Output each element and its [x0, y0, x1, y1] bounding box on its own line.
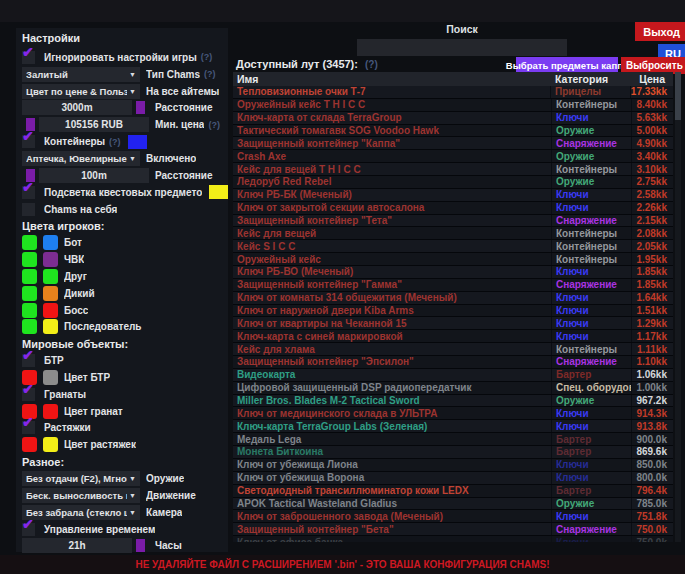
player-color-swatch-behind[interactable] — [43, 252, 58, 267]
table-row[interactable]: Ключ от убежища Ворона Ключи 800.0k — [233, 472, 673, 485]
movement-mode-select[interactable]: Беск. выносливость и нет уста ▼ — [22, 488, 140, 503]
table-row[interactable]: Crash Axe Оружие 3.40kk — [233, 150, 673, 163]
checkbox-label: Гранаты — [44, 389, 86, 400]
table-row[interactable]: Ключ от закрытой секции автосалона Ключи… — [233, 202, 673, 215]
table-row[interactable]: Ключ-карта с синей маркировкой Ключи 1.1… — [233, 330, 673, 343]
world-color-swatch-1[interactable] — [22, 437, 37, 452]
chams-self-checkbox[interactable]: ✔ — [22, 203, 35, 216]
item-price: 1.29kk — [631, 317, 673, 329]
table-row[interactable]: Ключ от квартиры на Чеканной 15 Ключи 1.… — [233, 317, 673, 330]
table-row[interactable]: Монета Биткоина Бартер 869.6k — [233, 446, 673, 459]
table-row[interactable]: APOK Tactical Wasteland Gladius Оружие 7… — [233, 498, 673, 511]
table-row[interactable]: Тактический томагавк SOG Voodoo Hawk Ору… — [233, 125, 673, 138]
search-input[interactable] — [357, 39, 567, 56]
item-price: 1.10kk — [631, 356, 673, 368]
ignore-game-settings-checkbox[interactable]: ✔ — [22, 51, 35, 64]
table-row[interactable]: Ключ от наружной двери Kiba Arms Ключи 1… — [233, 305, 673, 318]
chams-type-select[interactable]: Залитый ▼ — [22, 67, 140, 82]
check-icon: ✔ — [22, 516, 34, 532]
player-color-swatch-behind[interactable] — [43, 235, 58, 250]
world-object-checkbox[interactable]: ✔ — [22, 388, 35, 401]
world-color-swatch-2[interactable] — [43, 370, 58, 385]
distance-color-swatch[interactable] — [136, 101, 145, 114]
table-row[interactable]: Ключ от заброшенного завода (Меченый) Кл… — [233, 510, 673, 523]
table-row[interactable]: Светодиодный трансиллюминатор кожи LEDX … — [233, 485, 673, 498]
table-row[interactable]: Ключ от офиса банка Ключи 750.0k — [233, 536, 673, 542]
quest-highlight-checkbox[interactable]: ✔ — [22, 186, 35, 199]
distance2-input[interactable]: 100m — [39, 168, 149, 183]
time-control-checkbox[interactable]: ✔ — [22, 523, 35, 536]
player-color-swatch-visible[interactable] — [22, 235, 37, 250]
item-price: 1.95kk — [631, 253, 673, 265]
exit-button[interactable]: Выход — [635, 22, 685, 41]
table-row[interactable]: Медаль Lega Бартер 900.0k — [233, 433, 673, 446]
player-color-swatch-visible[interactable] — [22, 269, 37, 284]
table-row[interactable]: Защищенный контейнер "Бета" Снаряжение 7… — [233, 523, 673, 536]
table-row[interactable]: Защищенный контейнер "Гамма" Снаряжение … — [233, 279, 673, 292]
table-row[interactable]: Защищенный контейнер "Каппа" Снаряжение … — [233, 137, 673, 150]
table-row[interactable]: Ключ от медицинского склада в УЛЬТРА Клю… — [233, 407, 673, 420]
table-row[interactable]: Ключ от комнаты 314 общежития (Меченый) … — [233, 292, 673, 305]
world-color-swatch-2[interactable] — [43, 437, 58, 452]
world-color-swatch-2[interactable] — [43, 404, 58, 419]
item-filter-select[interactable]: Аптечка, Ювелирные и... ▼ — [22, 151, 140, 166]
table-row[interactable]: Оружейный кейс Контейнеры 1.95kk — [233, 253, 673, 266]
table-row[interactable]: Оружейный кейс T H I C C Контейнеры 8.40… — [233, 99, 673, 112]
setting-row-quest-highlight: ✔ Подсветка квестовых предметов — [16, 184, 228, 201]
table-row[interactable]: Miller Bros. Blades M-2 Tactical Sword О… — [233, 395, 673, 408]
player-color-swatch-behind[interactable] — [43, 319, 58, 334]
player-color-swatch-behind[interactable] — [43, 269, 58, 284]
column-header-name[interactable]: Имя — [233, 73, 551, 85]
player-color-swatch-visible[interactable] — [22, 286, 37, 301]
item-name: Ключ-карта от склада TerraGroup — [233, 112, 551, 123]
table-row[interactable]: Ключ от убежища Лиона Ключи 850.0k — [233, 459, 673, 472]
table-row[interactable]: Ключ РБ-ВО (Меченый) Ключи 1.85kk — [233, 266, 673, 279]
column-header-price[interactable]: Цена — [631, 73, 673, 85]
item-name: Ключ от наружной двери Kiba Arms — [233, 305, 551, 316]
distance-input[interactable]: 3000m — [22, 100, 132, 115]
world-object-checkbox[interactable]: ✔ — [22, 421, 35, 434]
table-row[interactable]: Ключ-карта TerraGroup Labs (Зеленая) Клю… — [233, 420, 673, 433]
table-row[interactable]: Тепловизионные очки Т-7 Прицелы 17.33kk — [233, 86, 673, 99]
containers-color-swatch[interactable] — [128, 135, 147, 149]
table-row[interactable]: Ключ РБ-БК (Меченый) Ключи 2.58kk — [233, 189, 673, 202]
item-category: Контейнеры — [551, 240, 631, 252]
table-row[interactable]: Защищенный контейнер "Эпсилон" Снаряжени… — [233, 356, 673, 369]
containers-checkbox[interactable]: ✔ — [22, 135, 35, 148]
table-scrollbar[interactable] — [675, 72, 681, 542]
column-header-category[interactable]: Категория — [551, 73, 631, 85]
table-row[interactable]: Кейс S I C C Контейнеры 2.05kk — [233, 240, 673, 253]
player-color-swatch-visible[interactable] — [22, 252, 37, 267]
hours-input[interactable]: 21h — [22, 538, 132, 553]
player-color-swatch-behind[interactable] — [43, 303, 58, 318]
camera-mode-select[interactable]: Без забрала (стекло шлема) ▼ — [22, 505, 140, 520]
min-price-input[interactable]: 105156 RUB — [39, 117, 149, 132]
select-label: Включено — [146, 153, 196, 164]
world-object-color-row: Цвет растяжек — [16, 436, 228, 453]
item-category: Ключи — [551, 536, 631, 542]
quest-color-swatch[interactable] — [209, 185, 228, 199]
color-mode-select[interactable]: Цвет по цене & Пользователь ▼ — [22, 84, 140, 99]
weapon-mode-select[interactable]: Без отдачи (F2), Мгновенное п ▼ — [22, 471, 140, 486]
table-row[interactable]: Ключ-карта от склада TerraGroup Ключи 5.… — [233, 112, 673, 125]
item-price: 1.00kk — [631, 382, 673, 394]
table-row[interactable]: Видеокарта Бартер 1.06kk — [233, 369, 673, 382]
chevron-down-icon: ▼ — [129, 71, 136, 78]
table-row[interactable]: Ледоруб Red Rebel Оружие 2.75kk — [233, 176, 673, 189]
table-row[interactable]: Защищенный контейнер "Тета" Снаряжение 2… — [233, 215, 673, 228]
hours-color-swatch[interactable] — [136, 539, 145, 552]
table-row[interactable]: Цифровой защищенный DSP радиопередатчик … — [233, 382, 673, 395]
player-color-swatch-visible[interactable] — [22, 303, 37, 318]
setting-row-containers: ✔ Контейнеры (?) — [16, 133, 228, 150]
item-name: Видеокарта — [233, 369, 551, 380]
scrollbar-thumb[interactable] — [675, 72, 681, 120]
item-price: 5.63kk — [631, 112, 673, 124]
world-object-checkbox[interactable]: ✔ — [22, 354, 35, 367]
table-row[interactable]: Кейс для вещей Контейнеры 2.08kk — [233, 227, 673, 240]
table-row[interactable]: Кейс для вещей T H I C C Контейнеры 3.10… — [233, 163, 673, 176]
player-color-swatch-behind[interactable] — [43, 286, 58, 301]
table-row[interactable]: Кейс для хлама Контейнеры 1.11kk — [233, 343, 673, 356]
select-value: Без забрала (стекло шлема) — [26, 507, 127, 518]
world-object-color-row: Цвет БТР — [16, 369, 228, 386]
player-color-swatch-visible[interactable] — [22, 319, 37, 334]
